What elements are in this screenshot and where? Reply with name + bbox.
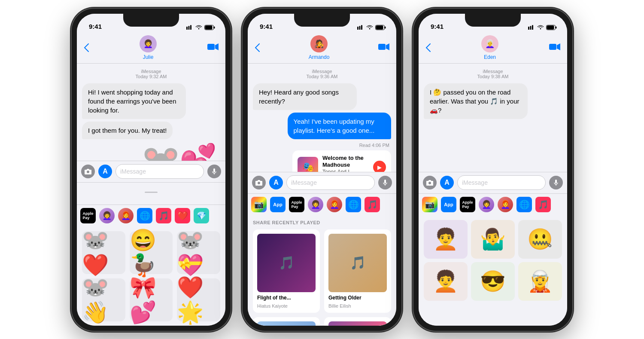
music-card[interactable]: 🎭 Welcome to the Madhouse Tones And I ♫ …: [292, 150, 391, 172]
music-card-row: 🎭 Welcome to the Madhouse Tones And I ♫ …: [253, 150, 391, 172]
message-input-eden[interactable]: iMessage: [457, 175, 546, 190]
contact-header-armando[interactable]: 🧑‍🎤 Armando: [309, 35, 330, 60]
app-icons-tray-julie: ApplePay 👩‍🦱 👩‍🦰 🌐 🎵 ❤️ 💎: [77, 205, 225, 227]
music-item-3[interactable]: 🎵 You Signed U... Maisie Peters: [253, 317, 320, 326]
back-button-eden[interactable]: [425, 43, 431, 52]
camera-btn-armando[interactable]: [252, 176, 266, 189]
memoji-grid: 🧑‍🦱 🤷‍♂️ 🤐 🧑‍🦱 😎 🧝: [424, 220, 562, 301]
music-item-1[interactable]: 🎵 Flight of the... Hiatus Kaiyote: [253, 229, 320, 313]
message-row-1: Hi! I went shopping today and found the …: [82, 83, 220, 119]
sticker-5[interactable]: 🎀💕: [130, 278, 173, 321]
memoji-1[interactable]: 🧑‍🦱: [424, 220, 468, 259]
sticker-6[interactable]: ❤️🌟: [177, 278, 220, 321]
audio-btn-armando[interactable]: [378, 176, 392, 189]
svg-rect-0: [186, 27, 188, 30]
applepay-icon-armando[interactable]: ApplePay: [289, 197, 304, 212]
teal-icon-julie[interactable]: 💎: [194, 208, 209, 223]
svg-rect-7: [207, 44, 215, 50]
memoji1-icon-julie[interactable]: 👩‍🦱: [99, 208, 115, 223]
svg-rect-1: [188, 26, 190, 30]
memoji-5[interactable]: 😎: [471, 262, 515, 301]
apps-btn-julie[interactable]: A: [98, 165, 112, 178]
memoji1-icon-eden[interactable]: 👩‍🦱: [479, 197, 494, 212]
sticker-row: 🐭💕 Delivered: [82, 142, 220, 161]
sticker-4[interactable]: 🐭👋: [82, 278, 125, 321]
nav-bar-armando: 🧑‍🎤 Armando: [248, 33, 396, 64]
video-button-julie[interactable]: [207, 43, 219, 53]
sticker-2[interactable]: 😄🦆: [130, 231, 173, 274]
applepay-icon-eden[interactable]: ApplePay: [460, 197, 475, 212]
camera-btn-julie[interactable]: [81, 165, 95, 178]
svg-rect-13: [361, 25, 362, 30]
svg-rect-18: [378, 44, 386, 50]
section-title-armando: SHARE RECENTLY PLAYED: [253, 220, 391, 225]
timestamp-eden: iMessageToday 9:38 AM: [424, 69, 562, 79]
back-button-armando[interactable]: [255, 43, 260, 52]
globe-icon-eden[interactable]: 🌐: [516, 197, 532, 212]
audio-btn-eden[interactable]: [549, 176, 563, 189]
status-icons-2: [357, 25, 386, 30]
audio-btn-julie[interactable]: [207, 165, 221, 178]
memoji2-icon-julie[interactable]: 👩‍🦰: [118, 208, 134, 223]
music-icon-armando[interactable]: 🎵: [365, 197, 380, 212]
video-button-eden[interactable]: [549, 43, 560, 53]
contact-header-julie[interactable]: 👩‍🦱 Julie: [140, 35, 157, 60]
camera-btn-eden[interactable]: [423, 176, 437, 189]
msg-row-a2: Yeah! I've been updating my playlist. He…: [253, 113, 391, 139]
photos-icon-armando[interactable]: 📷: [251, 197, 267, 212]
timestamp-julie: iMessageToday 9:32 AM: [82, 69, 220, 79]
globe-icon-armando[interactable]: 🌐: [346, 197, 361, 212]
phone-julie: 9:41 👩‍🦱 Julie: [72, 9, 231, 331]
heart-icon-julie[interactable]: ❤️: [175, 208, 190, 223]
msg-row-a1: Hey! Heard any good songs recently?: [253, 83, 391, 110]
apps-btn-armando[interactable]: A: [269, 176, 283, 189]
input-placeholder-eden: iMessage: [462, 179, 488, 186]
memoji-2[interactable]: 🤷‍♂️: [471, 220, 515, 259]
bubble-a1: Hey! Heard any good songs recently?: [253, 83, 357, 110]
globe-icon-julie[interactable]: 🌐: [137, 208, 152, 223]
notch-2: [294, 14, 350, 27]
memoji2-icon-eden[interactable]: 👩‍🦰: [498, 197, 513, 212]
stickers-grid-julie: 🐭❤️ 😄🦆 🐭💝 🐭👋 🎀💕 ❤️🌟: [82, 231, 220, 321]
memoji2-icon-armando[interactable]: 👩‍🦰: [327, 197, 342, 212]
screen-armando: 9:41 🧑‍🎤 Armando: [248, 14, 396, 326]
memoji-6[interactable]: 🧝: [518, 262, 562, 301]
bubble-e1: I 🤔 passed you on the road earlier. Was …: [424, 83, 528, 119]
video-button-armando[interactable]: [378, 43, 389, 53]
contact-header-eden[interactable]: 👩‍🦳 Eden: [481, 35, 498, 60]
memoji-4[interactable]: 🧑‍🦱: [424, 262, 468, 301]
photos-icon-eden[interactable]: 📷: [422, 197, 437, 212]
play-button[interactable]: ▶: [373, 161, 386, 171]
svg-rect-2: [190, 25, 191, 30]
memoji-3[interactable]: 🤐: [518, 220, 562, 259]
input-bar-eden: A iMessage: [419, 172, 567, 193]
music-item-2[interactable]: 🎵 Getting Older Billie Eilish: [324, 229, 391, 313]
appstore-icon-eden[interactable]: App: [441, 197, 456, 212]
svg-point-8: [87, 171, 89, 173]
sticker-1[interactable]: 🐭❤️: [82, 231, 125, 274]
message-input-julie[interactable]: iMessage: [115, 164, 204, 179]
music-item-4[interactable]: 🎭 Welcome to t... Tones And I: [324, 317, 391, 326]
svg-point-30: [428, 182, 431, 184]
apps-btn-eden[interactable]: A: [440, 176, 454, 189]
back-button-julie[interactable]: [84, 43, 89, 52]
notch-1: [123, 14, 179, 27]
contact-name-julie: Julie: [143, 54, 154, 60]
thumb-3: 🎵: [257, 321, 316, 326]
contact-name-armando: Armando: [309, 54, 330, 60]
app-icons-tray-armando: 📷 App ApplePay 👩‍🦱 👩‍🦰 🌐 🎵: [248, 193, 396, 216]
music-icon-eden[interactable]: 🎵: [535, 197, 551, 212]
apps-tray-julie: [77, 182, 225, 205]
sticker-bff: 🐭💕: [142, 142, 217, 161]
applepay-icon-julie[interactable]: ApplePay: [80, 208, 96, 223]
thumb-2: 🎵: [328, 234, 387, 292]
memoji1-icon-armando[interactable]: 👩‍🦱: [308, 197, 323, 212]
sticker-3[interactable]: 🐭💝: [177, 231, 220, 274]
appstore-icon-armando[interactable]: App: [270, 197, 286, 212]
messages-julie: iMessageToday 9:32 AM Hi! I went shoppin…: [77, 64, 225, 161]
svg-rect-31: [555, 180, 557, 183]
avatar-julie: 👩‍🦱: [140, 35, 157, 52]
screen-eden: 9:41 👩‍🦳 Eden i: [419, 14, 567, 326]
message-input-armando[interactable]: iMessage: [286, 175, 375, 190]
music-icon-julie[interactable]: 🎵: [156, 208, 171, 223]
